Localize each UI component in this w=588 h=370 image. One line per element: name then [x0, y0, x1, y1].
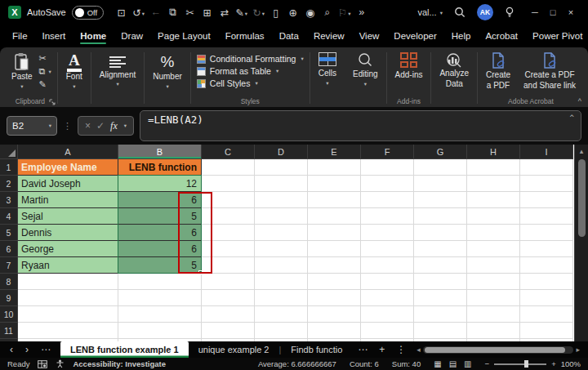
cell-F3[interactable]: [361, 192, 414, 208]
cell-G8[interactable]: [414, 274, 467, 290]
cell-F9[interactable]: [361, 290, 414, 306]
cell-E2[interactable]: [308, 176, 361, 192]
tab-home[interactable]: Home: [73, 27, 114, 45]
normal-view-icon[interactable]: ▦: [434, 359, 441, 368]
cell-A7[interactable]: Ryaan: [18, 257, 118, 274]
find-replace-icon[interactable]: ⇄: [216, 7, 233, 19]
cell-C1[interactable]: [202, 159, 255, 176]
create-pdf-button[interactable]: Create a PDF: [483, 51, 513, 91]
cell-C2[interactable]: [202, 176, 255, 192]
cell-F5[interactable]: [361, 225, 414, 241]
tab-data[interactable]: Data: [272, 27, 306, 45]
cell-C11[interactable]: [202, 323, 255, 339]
zoom-level[interactable]: 100%: [561, 359, 581, 368]
cell-C10[interactable]: [202, 306, 255, 323]
cell-E4[interactable]: [308, 208, 361, 225]
copy-button[interactable]: ⧉ ▾: [39, 66, 51, 77]
zoom-slider-thumb[interactable]: [524, 360, 528, 368]
undo-icon[interactable]: ↺▾: [130, 7, 147, 19]
page-break-view-icon[interactable]: ▥: [464, 359, 471, 368]
cut-button[interactable]: ✂: [39, 53, 51, 64]
minimize-button[interactable]: ─: [526, 7, 544, 17]
cell-A10[interactable]: [18, 306, 118, 323]
cell-H2[interactable]: [467, 176, 520, 192]
cell-G12[interactable]: [414, 339, 467, 341]
cell-E9[interactable]: [308, 290, 361, 306]
more-sheets-icon[interactable]: ⋯: [352, 344, 373, 355]
cell-G4[interactable]: [414, 208, 467, 225]
tab-page-layout[interactable]: Page Layout: [150, 27, 218, 45]
cell-B5[interactable]: 6: [118, 225, 202, 241]
cell-H4[interactable]: [467, 208, 520, 225]
sheet-next-icon[interactable]: ›: [25, 344, 29, 355]
row-header-8[interactable]: 8: [0, 274, 18, 290]
select-all-corner[interactable]: [0, 145, 18, 159]
vertical-scroll-thumb[interactable]: [578, 159, 586, 237]
cell-B3[interactable]: 6: [118, 192, 202, 208]
styles-item-cell-styles[interactable]: Cell Styles▾: [197, 78, 304, 88]
dialog-launcher-icon[interactable]: [49, 99, 56, 105]
sheet-list-icon[interactable]: ⋯: [41, 344, 51, 355]
cell-B1[interactable]: LENB function: [118, 159, 202, 176]
sheet-tab-1[interactable]: LENB function example 1: [60, 341, 189, 358]
cell-A6[interactable]: George: [18, 241, 118, 257]
cell-G2[interactable]: [414, 176, 467, 192]
cell-E12[interactable]: [308, 339, 361, 341]
cell-B6[interactable]: 6: [118, 241, 202, 257]
cell-F10[interactable]: [361, 306, 414, 323]
cell-G3[interactable]: [414, 192, 467, 208]
cell-B7[interactable]: 5: [118, 257, 202, 274]
column-header-D[interactable]: D: [255, 145, 308, 159]
column-header-C[interactable]: C: [202, 145, 255, 159]
status-accessibility[interactable]: Accessibility: Investigate: [73, 359, 166, 368]
avatar[interactable]: AK: [477, 4, 493, 20]
alignment-menu-button[interactable]: Alignment ▾: [97, 51, 138, 88]
lightbulb-icon[interactable]: [505, 7, 514, 18]
cell-D2[interactable]: [255, 176, 308, 192]
cell-H7[interactable]: [467, 257, 520, 274]
cell-I4[interactable]: [520, 208, 573, 225]
tab-draw[interactable]: Draw: [114, 27, 150, 45]
column-header-B[interactable]: B: [118, 145, 202, 159]
cell-F8[interactable]: [361, 274, 414, 290]
cell-H12[interactable]: [467, 339, 520, 341]
cell-B10[interactable]: [118, 306, 202, 323]
cell-I7[interactable]: [520, 257, 573, 274]
cell-G11[interactable]: [414, 323, 467, 339]
addins-button[interactable]: Add-ins: [393, 51, 425, 82]
tab-review[interactable]: Review: [306, 27, 352, 45]
cell-D5[interactable]: [255, 225, 308, 241]
cancel-button[interactable]: ×: [85, 120, 91, 132]
formula-bar-collapse-icon[interactable]: ^: [570, 114, 574, 122]
cell-A2[interactable]: David Joseph: [18, 176, 118, 192]
cell-G7[interactable]: [414, 257, 467, 274]
column-header-F[interactable]: F: [361, 145, 414, 159]
cell-I6[interactable]: [520, 241, 573, 257]
name-box[interactable]: B2 ▾: [7, 116, 57, 136]
paste-button[interactable]: Paste ▾: [9, 51, 35, 91]
cell-E7[interactable]: [308, 257, 361, 274]
cell-E8[interactable]: [308, 274, 361, 290]
cell-C6[interactable]: [202, 241, 255, 257]
search-icon[interactable]: [454, 7, 466, 18]
camera-icon[interactable]: ◉: [301, 7, 318, 19]
column-header-A[interactable]: A: [18, 145, 118, 159]
cell-B9[interactable]: [118, 290, 202, 306]
editing-menu-button[interactable]: Editing ▾: [350, 51, 381, 88]
excel-logo-icon[interactable]: X: [8, 6, 21, 19]
cell-D4[interactable]: [255, 208, 308, 225]
row-header-7[interactable]: 7: [0, 257, 18, 274]
format-painter-button[interactable]: ✎: [39, 79, 51, 90]
autosave-toggle[interactable]: Off: [72, 6, 105, 20]
row-header-10[interactable]: 10: [0, 306, 18, 323]
cell-D11[interactable]: [255, 323, 308, 339]
row-header-12[interactable]: 12: [0, 339, 18, 341]
close-button[interactable]: ×: [562, 7, 580, 17]
number-menu-button[interactable]: % Number ▾: [150, 51, 185, 91]
cell-H1[interactable]: [467, 159, 520, 176]
row-header-2[interactable]: 2: [0, 176, 18, 192]
scroll-right-icon[interactable]: ▸: [576, 345, 580, 354]
zoom-in-button[interactable]: +: [551, 359, 556, 368]
cell-B2[interactable]: 12: [118, 176, 202, 192]
analyze-data-button[interactable]: Analyze Data: [437, 51, 471, 90]
